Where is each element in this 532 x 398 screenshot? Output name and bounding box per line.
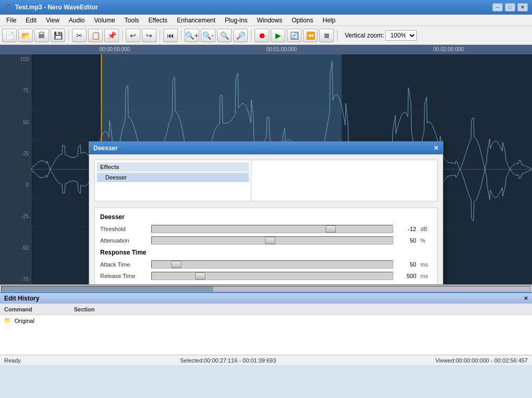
- menu-audio[interactable]: Audio: [65, 16, 89, 25]
- minimize-button[interactable]: ─: [492, 3, 503, 11]
- y-label-100: 100: [2, 56, 29, 62]
- edit-history-rows: 📁 Original: [0, 315, 532, 355]
- menu-tools[interactable]: Tools: [120, 16, 143, 25]
- y-label-50: 50: [2, 119, 29, 125]
- menu-plugins[interactable]: Plug-ins: [221, 16, 251, 25]
- toolbar-separator-5: [251, 30, 251, 41]
- y-label-n25: -25: [2, 213, 29, 219]
- attenuation-label: Attenuation: [100, 237, 147, 244]
- threshold-label: Threshold: [100, 226, 147, 232]
- scrollbar-thumb[interactable]: [2, 286, 213, 292]
- menu-volume[interactable]: Volume: [90, 16, 119, 25]
- redo-button[interactable]: ↪: [142, 29, 156, 42]
- back-button[interactable]: ⏪: [303, 29, 318, 42]
- zoom-select[interactable]: 100% 50% 200%: [385, 30, 417, 41]
- attack-label: Attack Time: [100, 261, 147, 268]
- menu-windows[interactable]: Windows: [252, 16, 286, 25]
- menu-help[interactable]: Help: [319, 16, 340, 25]
- effects-header: Effects: [97, 162, 249, 172]
- release-row: Release Time 500 ms: [100, 272, 432, 280]
- attenuation-unit: %: [420, 237, 432, 244]
- toolbar: 📄 📂 🏛 💾 ✂ 📋 📌 ↩ ↪ ⏮ 🔍+ 🔍- 🔍 🔎 ⏺ ▶ 🔄 ⏪ ⏹ …: [0, 26, 532, 45]
- history-row-command: Original: [15, 318, 34, 324]
- response-time-title: Response Time: [100, 249, 432, 256]
- goto-start-button[interactable]: ⏮: [163, 29, 178, 42]
- attack-slider[interactable]: [151, 260, 393, 269]
- history-row-icon: 📁: [4, 317, 11, 324]
- toolbar-separator-3: [160, 30, 160, 41]
- statusbar: Ready Selected:00:00:27:116 - 00:01:39:6…: [0, 355, 532, 365]
- cut-button[interactable]: ✂: [72, 29, 87, 42]
- history-row-original[interactable]: 📁 Original: [4, 316, 528, 325]
- release-slider[interactable]: [151, 272, 393, 280]
- menu-enhancement[interactable]: Enhancement: [173, 16, 220, 25]
- menu-effects[interactable]: Effects: [144, 16, 172, 25]
- app-title: 🎵 Test.mp3 - Nero WaveEditor: [4, 4, 98, 11]
- col-command: Command: [4, 306, 32, 312]
- horizontal-scrollbar[interactable]: [0, 285, 532, 292]
- effects-list: Effects Deesser: [95, 160, 251, 201]
- title-text: Test.mp3 - Nero WaveEditor: [15, 4, 98, 11]
- menu-edit[interactable]: Edit: [21, 16, 41, 25]
- toolbar-separator-6: [337, 30, 337, 41]
- waveform-container[interactable]: 00:00:00:000 00:01:00:000 00:02:00:000 1…: [0, 45, 532, 285]
- toolbar-separator-1: [68, 30, 69, 41]
- y-label-n50: -50: [2, 245, 29, 251]
- dialog-title: Deesser: [93, 144, 118, 152]
- close-button[interactable]: ✕: [517, 3, 528, 11]
- threshold-slider[interactable]: [151, 225, 393, 233]
- attack-row: Attack Time 50 ms: [100, 260, 432, 269]
- edit-history-header: Edit History ×: [0, 293, 532, 304]
- dialog-body: Effects Deesser Deesser Threshold -12 dB: [89, 154, 443, 285]
- effects-item-deesser[interactable]: Deesser: [97, 173, 249, 182]
- y-label-n75: -75: [2, 276, 29, 282]
- loop-button[interactable]: 🔄: [287, 29, 301, 42]
- play-button[interactable]: ▶: [271, 29, 285, 42]
- menu-file[interactable]: File: [2, 16, 20, 25]
- release-thumb[interactable]: [195, 272, 205, 280]
- toolbar-separator-2: [122, 30, 123, 41]
- attenuation-thumb[interactable]: [265, 237, 275, 244]
- time-mark-1: 00:01:00:000: [198, 46, 365, 52]
- dialog-close-icon[interactable]: ✕: [433, 144, 439, 152]
- y-axis: 100 75 50 25 0 -25 -50 -75: [0, 54, 31, 284]
- titlebar: 🎵 Test.mp3 - Nero WaveEditor ─ □ ✕: [0, 0, 532, 15]
- time-mark-0: 00:00:00:000: [31, 46, 198, 52]
- edit-history-title: Edit History: [4, 295, 39, 302]
- release-value: 500: [397, 273, 416, 279]
- release-label: Release Time: [100, 273, 147, 279]
- zoom-out-button[interactable]: 🔍-: [201, 29, 215, 42]
- attack-value: 50: [397, 261, 416, 268]
- stop-button[interactable]: ⏹: [319, 29, 334, 42]
- dialog-titlebar: Deesser ✕: [89, 142, 443, 154]
- zoom-sel-button[interactable]: 🔍: [217, 29, 232, 42]
- release-unit: ms: [420, 273, 432, 279]
- threshold-value: -12: [397, 226, 416, 232]
- open-button[interactable]: 📂: [18, 29, 33, 42]
- save-button[interactable]: 💾: [51, 29, 65, 42]
- status-ready: Ready: [4, 357, 21, 364]
- edit-history-panel: Edit History × Command Section 📁 Origina…: [0, 292, 532, 355]
- menu-options[interactable]: Options: [287, 16, 317, 25]
- copy-button[interactable]: 📋: [88, 29, 103, 42]
- threshold-unit: dB: [420, 226, 432, 232]
- record-button[interactable]: ⏺: [255, 29, 269, 42]
- new-button[interactable]: 📄: [2, 29, 17, 42]
- timebar: 00:00:00:000 00:01:00:000 00:02:00:000: [0, 45, 532, 54]
- zoom-in-button[interactable]: 🔍+: [185, 29, 199, 42]
- history-button[interactable]: 🏛: [34, 29, 49, 42]
- attenuation-slider[interactable]: [151, 236, 393, 245]
- col-section: Section: [74, 306, 95, 312]
- deesser-title: Deesser: [100, 213, 432, 221]
- zoom-all-button[interactable]: 🔎: [233, 29, 248, 42]
- scrollbar-track[interactable]: [1, 286, 531, 292]
- attack-thumb[interactable]: [171, 261, 182, 268]
- threshold-thumb[interactable]: [325, 225, 336, 233]
- status-selection: Selected:00:00:27:116 - 00:01:39:693: [180, 357, 276, 364]
- y-label-75: 75: [2, 88, 29, 93]
- edit-history-close[interactable]: ×: [524, 295, 528, 302]
- menu-view[interactable]: View: [42, 16, 64, 25]
- paste-button[interactable]: 📌: [104, 29, 119, 42]
- maximize-button[interactable]: □: [505, 3, 515, 11]
- undo-button[interactable]: ↩: [126, 29, 140, 42]
